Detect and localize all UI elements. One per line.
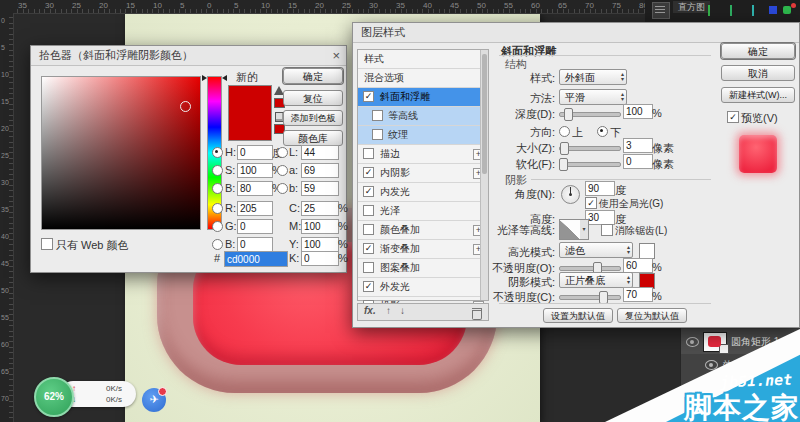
- size-input[interactable]: [623, 138, 653, 153]
- set-default-button[interactable]: 设置为默认值: [543, 308, 613, 323]
- anti-alias-checkbox[interactable]: [601, 224, 613, 236]
- reset-button[interactable]: 复位: [283, 90, 343, 106]
- altitude-input[interactable]: [585, 210, 615, 225]
- global-light-checkbox[interactable]: ✓: [585, 197, 597, 209]
- ok-button[interactable]: 确定: [721, 43, 795, 59]
- hue-input[interactable]: [237, 145, 273, 160]
- gloss-contour-thumbnail[interactable]: [559, 219, 581, 240]
- visibility-eye-icon[interactable]: [705, 360, 718, 370]
- highlight-opacity-slider[interactable]: [559, 266, 621, 271]
- K-input[interactable]: [301, 251, 339, 266]
- soften-slider-knob[interactable]: [559, 158, 568, 171]
- bri-radio[interactable]: [212, 183, 223, 194]
- angle-dial[interactable]: [561, 185, 580, 204]
- soften-input[interactable]: [623, 154, 653, 169]
- effect-item-6[interactable]: ✓内阴影+: [358, 164, 488, 183]
- effect-checkbox[interactable]: ✓: [363, 243, 374, 254]
- green-input[interactable]: [237, 219, 273, 234]
- direction-up-radio[interactable]: [559, 126, 570, 137]
- effect-checkbox[interactable]: [372, 129, 383, 140]
- vertical-ruler[interactable]: 051015202530354045505560657075: [0, 13, 14, 422]
- M-input[interactable]: [301, 219, 339, 234]
- hue-radio[interactable]: [212, 147, 223, 158]
- highlight-mode-dropdown[interactable]: 滤色▴▾: [559, 242, 633, 258]
- effect-checkbox[interactable]: [363, 148, 374, 159]
- effect-checkbox[interactable]: ✓: [363, 91, 374, 102]
- bri-input[interactable]: [237, 181, 273, 196]
- color-field-marker[interactable]: [180, 101, 191, 112]
- network-speed-widget[interactable]: ↑ 0K/s ↓ 0K/s ✈ 62%: [34, 375, 144, 417]
- layer-name[interactable]: 圆角矩形 1: [731, 335, 779, 349]
- red-radio[interactable]: [212, 203, 223, 214]
- bevel-style-dropdown[interactable]: 外斜面▴▾: [559, 69, 627, 85]
- boost-icon[interactable]: ✈: [142, 388, 166, 412]
- a-radio[interactable]: [277, 165, 288, 176]
- red-input[interactable]: [237, 201, 273, 216]
- hue-slider-arrow-icon[interactable]: [222, 75, 227, 81]
- effect-item-3[interactable]: 等高线: [358, 107, 488, 126]
- effect-item-0[interactable]: 样式: [358, 50, 488, 69]
- cancel-button[interactable]: 取消: [721, 65, 795, 81]
- effect-item-4[interactable]: 纹理: [358, 126, 488, 145]
- layer-row[interactable]: 圆角矩形 1: [681, 329, 800, 354]
- hex-input[interactable]: [224, 251, 288, 267]
- b-lab-input[interactable]: [301, 181, 339, 196]
- angle-input[interactable]: [585, 181, 615, 196]
- visibility-eye-icon[interactable]: [686, 337, 699, 347]
- highlight-opacity-input[interactable]: [623, 258, 653, 273]
- technique-dropdown[interactable]: 平滑▴▾: [559, 89, 627, 105]
- shadow-mode-dropdown[interactable]: 正片叠底▴▾: [559, 272, 633, 288]
- blue-input[interactable]: [237, 237, 273, 252]
- effect-checkbox[interactable]: ✓: [363, 281, 374, 292]
- effect-checkbox[interactable]: ✓: [363, 186, 374, 197]
- Y-input[interactable]: [301, 237, 339, 252]
- b-lab-radio[interactable]: [277, 183, 288, 194]
- reset-default-button[interactable]: 复位为默认值: [617, 308, 687, 323]
- web-only-checkbox[interactable]: [41, 238, 53, 250]
- fx-icon[interactable]: fx.: [364, 305, 376, 316]
- sat-radio[interactable]: [212, 165, 223, 176]
- effect-item-8[interactable]: 光泽: [358, 202, 488, 221]
- close-icon[interactable]: ×: [332, 46, 340, 65]
- effect-checkbox[interactable]: [363, 262, 374, 273]
- depth-slider-knob[interactable]: [564, 108, 573, 121]
- sat-input[interactable]: [237, 163, 273, 178]
- direction-down-radio[interactable]: [597, 126, 608, 137]
- size-slider-knob[interactable]: [560, 142, 569, 155]
- hue-slider-arrow-icon[interactable]: [202, 75, 207, 81]
- memory-percent-badge[interactable]: 62%: [34, 377, 74, 417]
- color-libraries-button[interactable]: 颜色库: [283, 130, 343, 146]
- depth-input[interactable]: [623, 104, 653, 119]
- effects-row[interactable]: 效果: [681, 355, 800, 373]
- L-input[interactable]: [301, 145, 339, 160]
- L-radio[interactable]: [277, 147, 288, 158]
- delete-effect-trash-icon[interactable]: [472, 308, 482, 320]
- shadow-opacity-slider[interactable]: [559, 295, 621, 300]
- depth-slider[interactable]: [559, 112, 621, 117]
- blue-radio[interactable]: [212, 239, 223, 250]
- effect-checkbox[interactable]: [372, 110, 383, 121]
- green-radio[interactable]: [212, 221, 223, 232]
- effect-item-5[interactable]: 描边+: [358, 145, 488, 164]
- effect-item-1[interactable]: 混合选项: [358, 69, 488, 88]
- new-style-button[interactable]: 新建样式(W)...: [721, 87, 795, 103]
- move-down-icon[interactable]: ↓: [400, 305, 405, 316]
- preview-checkbox[interactable]: ✓: [727, 111, 739, 123]
- effect-item-2[interactable]: ✓斜面和浮雕: [358, 88, 488, 107]
- shadow-opacity-input[interactable]: [623, 287, 653, 302]
- effect-item-7[interactable]: ✓内发光: [358, 183, 488, 202]
- soften-slider[interactable]: [559, 162, 621, 167]
- size-slider[interactable]: [559, 146, 621, 151]
- move-up-icon[interactable]: ↑: [386, 305, 391, 316]
- C-input[interactable]: [301, 201, 339, 216]
- add-to-swatches-button[interactable]: 添加到色板: [283, 110, 343, 126]
- contour-dropdown-arrow-icon[interactable]: ▾: [580, 219, 589, 240]
- ok-button[interactable]: 确定: [283, 68, 343, 84]
- effect-checkbox[interactable]: [363, 205, 374, 216]
- panel-list-icon[interactable]: [652, 2, 670, 19]
- tab-histogram[interactable]: 直方图: [673, 1, 710, 13]
- effect-checkbox[interactable]: [363, 224, 374, 235]
- a-input[interactable]: [301, 163, 339, 178]
- highlight-color-swatch[interactable]: [639, 243, 655, 259]
- effect-checkbox[interactable]: ✓: [363, 167, 374, 178]
